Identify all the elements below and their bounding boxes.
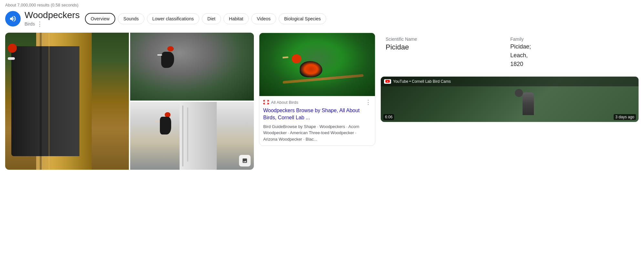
more-options-title[interactable]: ⋮ — [37, 20, 43, 27]
scientific-name-label: Scientific Name — [386, 37, 509, 42]
svg-rect-2 — [265, 100, 267, 104]
family-col: Family Picidae;Leach,1820 — [510, 37, 634, 69]
bird-card-body: All About Birds ⋮ Woodpeckers Browse by … — [259, 96, 375, 145]
taxonomy-card: Scientific Name Picidae Family Picidae;L… — [380, 33, 639, 72]
sound-icon — [9, 15, 17, 23]
scientific-name-value: Picidae — [386, 42, 509, 52]
tab-videos[interactable]: Videos — [251, 13, 276, 24]
content-grid: All About Birds ⋮ Woodpeckers Browse by … — [5, 33, 639, 170]
source-flag-icon — [263, 100, 269, 104]
bottom-right-bird-image[interactable] — [130, 102, 254, 170]
video-age: 3 days ago — [614, 114, 636, 120]
video-duration: 6:06 — [383, 114, 394, 120]
video-source-bar: YouTube • Cornell Lab Bird Cams — [381, 77, 639, 86]
card-more-options[interactable]: ⋮ — [365, 99, 371, 105]
youtube-icon — [385, 80, 390, 83]
family-label: Family — [510, 37, 634, 42]
tab-biological-species[interactable]: Biological Species — [279, 13, 327, 24]
title-block: Woodpeckers Birds ⋮ — [5, 10, 80, 27]
tab-overview[interactable]: Overview — [85, 13, 115, 25]
card-description: Bird GuideBrowse by Shape · Woodpeckers … — [263, 124, 371, 143]
video-source-text: YouTube • Cornell Lab Bird Cams — [393, 79, 451, 84]
bird-card-image[interactable] — [259, 33, 375, 96]
tab-lower-classifications[interactable]: Lower classifications — [147, 13, 199, 24]
family-value: Picidae;Leach,1820 — [510, 42, 634, 69]
middle-column: All About Birds ⋮ Woodpeckers Browse by … — [259, 33, 375, 170]
video-thumbnail: YouTube • Cornell Lab Bird Cams 6:06 3 d… — [381, 77, 639, 122]
taxonomy-grid: Scientific Name Picidae Family Picidae;L… — [386, 37, 634, 69]
title-text-block: Woodpeckers Birds ⋮ — [25, 10, 80, 27]
image-gallery-button[interactable] — [239, 155, 251, 167]
tab-habitat[interactable]: Habitat — [223, 13, 249, 24]
card-title[interactable]: Woodpeckers Browse by Shape, All About B… — [263, 107, 371, 122]
header-row: Woodpeckers Birds ⋮ Overview Sounds Lowe… — [5, 10, 639, 27]
tab-sounds[interactable]: Sounds — [118, 13, 144, 24]
gallery-icon — [242, 158, 248, 164]
results-count: About 7,000,000 results (0.58 seconds) — [0, 0, 644, 10]
image-grid — [5, 33, 254, 170]
tabs-row: Overview Sounds Lower classifications Di… — [85, 13, 327, 25]
tab-diet[interactable]: Diet — [202, 13, 221, 24]
sound-button[interactable] — [5, 11, 21, 27]
page-title: Woodpeckers — [25, 10, 80, 20]
subtitle-row: Birds ⋮ — [25, 20, 80, 27]
main-bird-image[interactable] — [5, 33, 129, 170]
video-card[interactable]: YouTube • Cornell Lab Bird Cams 6:06 3 d… — [380, 76, 639, 122]
top-right-bird-image[interactable] — [130, 33, 254, 101]
youtube-badge — [384, 79, 391, 84]
source-name: All About Birds — [263, 100, 298, 105]
scientific-name-col: Scientific Name Picidae — [386, 37, 509, 69]
source-label: All About Birds — [271, 100, 298, 105]
right-column: Scientific Name Picidae Family Picidae;L… — [380, 33, 639, 170]
subtitle-label: Birds — [25, 21, 35, 27]
card-source-row: All About Birds ⋮ — [263, 99, 371, 105]
bird-info-card: All About Birds ⋮ Woodpeckers Browse by … — [259, 33, 375, 146]
